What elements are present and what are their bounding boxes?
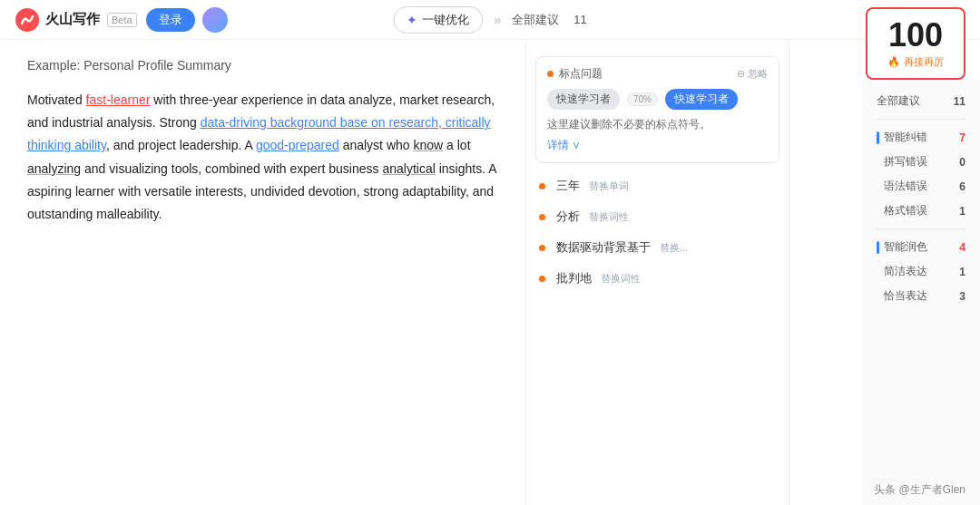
- suggestion-row-3[interactable]: 批判地 替换词性: [526, 263, 789, 294]
- original-chip: 快速学习者: [547, 89, 620, 110]
- suggestion-row-0[interactable]: 三年 替换单词: [526, 170, 789, 201]
- dot-icon: [539, 183, 545, 189]
- row-text-3: 批判地: [556, 270, 592, 286]
- appropriate-label: 恰当表达: [884, 288, 927, 304]
- suggestion-row-1[interactable]: 分析 替换词性: [526, 201, 789, 232]
- card-header: 标点问题 ⊖ 忽略: [547, 66, 768, 82]
- row-action-0: 替换单词: [589, 180, 629, 193]
- suggested-chip[interactable]: 快速学习者: [665, 89, 738, 110]
- smart-polish-section: 智能润色 4 简洁表达 1 恰当表达 3: [877, 235, 965, 308]
- smart-correction-label: 智能纠错: [884, 130, 927, 145]
- format-count: 1: [959, 205, 965, 218]
- login-button[interactable]: 登录: [146, 8, 195, 32]
- suggestion-desc: 这里建议删除不必要的标点符号。: [547, 117, 768, 132]
- sidebar-all-suggestions[interactable]: 全部建议 11: [877, 89, 965, 113]
- confidence-badge: 70%: [627, 92, 658, 106]
- row-text-0: 三年: [556, 178, 580, 194]
- grammar-count: 6: [959, 180, 965, 193]
- avatar[interactable]: [202, 7, 228, 33]
- navbar: 火山写作 Beta 登录 ✦ 一键优化 » 全部建议 11 100 🔥 再接再厉: [0, 0, 980, 40]
- spelling-error-row[interactable]: 拼写错误 0: [884, 150, 965, 174]
- concise-row[interactable]: 简洁表达 1: [884, 259, 965, 284]
- suggestions-count: 11: [573, 13, 586, 26]
- optimize-label: 一键优化: [422, 12, 469, 28]
- format-label: 格式错误: [884, 203, 927, 219]
- divider-2: [877, 228, 965, 229]
- smart-correction-count: 7: [959, 131, 965, 144]
- text-analytical: analytical: [382, 161, 435, 176]
- all-suggestions-count: 11: [954, 95, 965, 108]
- grammar-error-row[interactable]: 语法错误 6: [884, 174, 965, 199]
- doc-title: Example: Personal Profile Summary: [27, 58, 498, 73]
- ignore-label: 忽略: [748, 67, 768, 81]
- suggestions-label: 全部建议: [512, 12, 559, 28]
- smart-polish-count: 4: [959, 241, 965, 254]
- smart-correction-section: 智能纠错 7 拼写错误 0 语法错误 6 格式错误 1: [877, 125, 965, 223]
- row-action-1: 替换词性: [589, 210, 629, 224]
- ignore-button[interactable]: ⊖ 忽略: [737, 67, 768, 81]
- smart-polish-row[interactable]: 智能润色 4: [877, 235, 965, 259]
- grammar-label: 语法错误: [884, 179, 927, 194]
- accent-bar-icon: [877, 131, 879, 144]
- dot-icon: [539, 276, 545, 282]
- doc-body[interactable]: Motivated fast-learner with three-year e…: [27, 89, 498, 226]
- right-sidebar: 全部建议 11 智能纠错 7 拼写错误 0 语法错误 6: [862, 80, 980, 505]
- brand-logo-icon: [15, 7, 40, 33]
- text-fast-learner: fast-learner: [86, 92, 151, 107]
- suggestion-chips: 快速学习者 70% 快速学习者: [547, 89, 768, 110]
- more-chevron: »: [494, 13, 501, 27]
- ignore-icon: ⊖: [737, 68, 745, 80]
- main-area: Example: Personal Profile Summary Motiva…: [0, 40, 980, 505]
- detail-toggle[interactable]: 详情 ∨: [547, 138, 768, 153]
- appropriate-row[interactable]: 恰当表达 3: [884, 284, 965, 308]
- concise-label: 简洁表达: [884, 264, 927, 279]
- suggestions-panel: 标点问题 ⊖ 忽略 快速学习者 70% 快速学习者 这里建议删除不必要的标点符号…: [526, 40, 789, 505]
- brand-name: 火山写作: [45, 11, 100, 28]
- suggestion-card-punctuation[interactable]: 标点问题 ⊖ 忽略 快速学习者 70% 快速学习者 这里建议删除不必要的标点符号…: [535, 56, 779, 163]
- text-analyzing: analyzing: [27, 161, 81, 176]
- divider: [877, 119, 965, 120]
- star-icon: ✦: [407, 13, 417, 27]
- format-error-row[interactable]: 格式错误 1: [884, 199, 965, 223]
- text-good-prepared: good-prepared: [256, 138, 339, 152]
- editor-panel: Example: Personal Profile Summary Motiva…: [0, 40, 526, 505]
- score-label: 🔥 再接再厉: [887, 55, 943, 69]
- center-toolbar: ✦ 一键优化 » 全部建议 11: [393, 6, 586, 34]
- smart-correction-row[interactable]: 智能纠错 7: [877, 125, 965, 150]
- concise-count: 1: [959, 266, 965, 278]
- text-three-year: three-year: [180, 92, 238, 107]
- row-text-2: 数据驱动背景基于: [556, 239, 651, 256]
- card-type: 标点问题: [547, 66, 603, 82]
- score-box: 100 🔥 再接再厉: [866, 7, 965, 80]
- dot-icon: [539, 214, 545, 220]
- row-text-1: 分析: [556, 209, 580, 225]
- dot-icon: [539, 245, 545, 251]
- accent-bar-2-icon: [877, 241, 879, 254]
- brand: 火山写作 Beta: [15, 7, 137, 33]
- card-type-label: 标点问题: [559, 66, 603, 82]
- brand-beta: Beta: [107, 13, 137, 27]
- smart-polish-items: 简洁表达 1 恰当表达 3: [877, 259, 965, 308]
- row-action-2: 替换...: [660, 241, 688, 255]
- watermark: 头条 @生产者Glen: [874, 482, 965, 498]
- spelling-count: 0: [959, 156, 965, 169]
- optimize-button[interactable]: ✦ 一键优化: [393, 6, 483, 34]
- spelling-label: 拼写错误: [884, 154, 927, 170]
- smart-polish-label: 智能润色: [884, 239, 927, 255]
- appropriate-count: 3: [959, 290, 965, 303]
- dot-icon: [547, 71, 554, 77]
- all-suggestions-label: 全部建议: [877, 93, 920, 109]
- smart-correction-items: 拼写错误 0 语法错误 6 格式错误 1: [877, 150, 965, 223]
- row-action-3: 替换词性: [601, 272, 641, 286]
- score-value: 100: [888, 19, 943, 52]
- suggestion-row-2[interactable]: 数据驱动背景基于 替换...: [526, 232, 789, 263]
- text-know: know: [413, 138, 443, 152]
